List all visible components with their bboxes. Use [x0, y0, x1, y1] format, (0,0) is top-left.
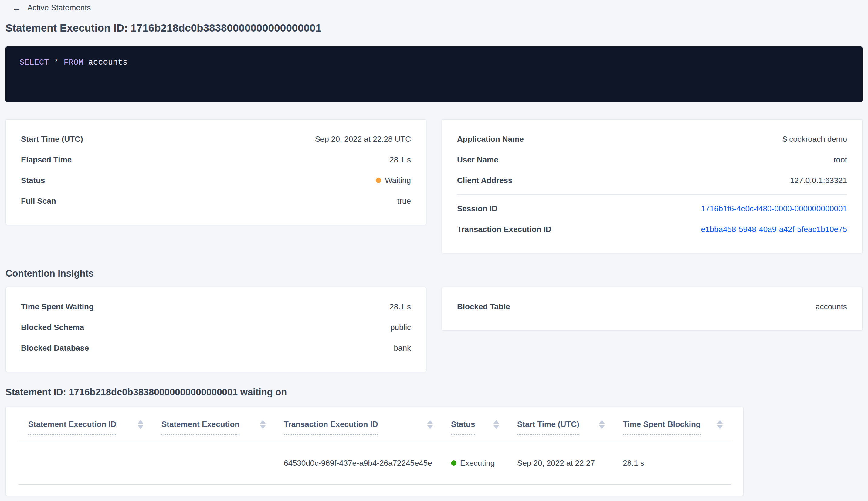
back-link-label: Active Statements	[27, 3, 91, 12]
status-waiting-text: Waiting	[385, 176, 411, 185]
sort-icon[interactable]	[138, 420, 143, 429]
time-spent-waiting-row: Time Spent Waiting 28.1 s	[21, 296, 411, 317]
client-address-label: Client Address	[457, 176, 513, 185]
session-id-label: Session ID	[457, 204, 497, 213]
sql-statement-box: SELECT * FROM accounts	[6, 46, 862, 102]
user-name-row: User Name root	[457, 149, 847, 170]
blocked-table-label: Blocked Table	[457, 302, 510, 311]
contention-cards-row: Time Spent Waiting 28.1 s Blocked Schema…	[6, 287, 862, 372]
status-label: Status	[21, 176, 45, 185]
time-spent-waiting-label: Time Spent Waiting	[21, 302, 94, 311]
cell-time-spent-blocking: 28.1 s	[613, 442, 731, 484]
blocked-database-label: Blocked Database	[21, 343, 89, 353]
back-to-active-statements-link[interactable]: ← Active Statements	[12, 3, 91, 12]
sort-icon[interactable]	[599, 420, 605, 429]
user-name-value: root	[833, 155, 847, 164]
session-id-link[interactable]: 1716b1f6-4e0c-f480-0000-000000000001	[701, 204, 847, 213]
status-executing-text: Executing	[460, 458, 495, 468]
start-time-row: Start Time (UTC) Sep 20, 2022 at 22:28 U…	[21, 129, 411, 149]
contention-insights-heading: Contention Insights	[6, 268, 868, 279]
elapsed-time-value: 28.1 s	[389, 155, 411, 164]
column-header-statement-execution-id[interactable]: Statement Execution ID	[19, 407, 152, 442]
column-header-transaction-execution-id[interactable]: Transaction Execution ID	[274, 407, 441, 442]
blocked-schema-row: Blocked Schema public	[21, 317, 411, 338]
application-name-row: Application Name $ cockroach demo	[457, 129, 847, 149]
start-time-label: Start Time (UTC)	[21, 135, 83, 144]
blocked-table-value: accounts	[815, 302, 847, 311]
blocked-table-row: Blocked Table accounts	[457, 296, 847, 317]
page-title: Statement Execution ID: 1716b218dc0b3838…	[6, 22, 868, 34]
statement-execution-details-page: ← Active Statements Statement Execution …	[0, 3, 868, 501]
column-header-start-time-label: Start Time (UTC)	[517, 420, 579, 429]
cell-statement-execution	[152, 442, 274, 484]
full-scan-value: true	[397, 196, 411, 206]
waiting-on-heading: Statement ID: 1716b218dc0b38380000000000…	[6, 386, 868, 398]
column-header-transaction-execution-id-label: Transaction Execution ID	[284, 420, 378, 429]
blocked-database-value: bank	[394, 343, 411, 353]
cell-start-time: Sep 20, 2022 at 22:27	[508, 442, 613, 484]
column-header-statement-execution-label: Statement Execution	[161, 420, 239, 429]
contention-details-card: Time Spent Waiting 28.1 s Blocked Schema…	[6, 287, 426, 372]
application-name-value: $ cockroach demo	[783, 135, 847, 144]
column-header-statement-execution-id-label: Statement Execution ID	[28, 420, 116, 429]
sort-icon[interactable]	[260, 420, 265, 429]
elapsed-time-label: Elapsed Time	[21, 155, 72, 164]
transaction-execution-id-link[interactable]: e1bba458-5948-40a9-a42f-5feac1b10e75	[701, 225, 847, 234]
transaction-execution-id-label: Transaction Execution ID	[457, 225, 552, 234]
full-scan-label: Full Scan	[21, 196, 56, 206]
client-address-row: Client Address 127.0.0.1:63321	[457, 170, 847, 191]
full-scan-row: Full Scan true	[21, 191, 411, 211]
sql-star: *	[49, 58, 64, 67]
sql-keyword-select: SELECT	[19, 58, 49, 67]
session-id-row: Session ID 1716b1f6-4e0c-f480-0000-00000…	[457, 198, 847, 219]
sort-icon[interactable]	[717, 420, 723, 429]
status-waiting-dot-icon	[376, 178, 381, 183]
client-address-value: 127.0.0.1:63321	[790, 176, 847, 185]
blocked-table-card: Blocked Table accounts	[442, 287, 862, 331]
back-arrow-icon: ←	[12, 3, 21, 12]
elapsed-time-row: Elapsed Time 28.1 s	[21, 149, 411, 170]
summary-cards-row: Start Time (UTC) Sep 20, 2022 at 22:28 U…	[6, 119, 862, 253]
cell-transaction-execution-id: 64530d0c-969f-437e-a9b4-26a72245e45e	[274, 442, 441, 484]
column-header-time-spent-blocking-label: Time Spent Blocking	[623, 420, 701, 429]
session-summary-card: Application Name $ cockroach demo User N…	[442, 119, 862, 253]
status-value: Waiting	[376, 176, 411, 185]
status-row: Status Waiting	[21, 170, 411, 191]
user-name-label: User Name	[457, 155, 498, 164]
column-header-start-time[interactable]: Start Time (UTC)	[508, 407, 613, 442]
session-card-divider	[457, 194, 847, 195]
blocked-database-row: Blocked Database bank	[21, 338, 411, 358]
waiting-on-table: Statement Execution ID Statement Executi…	[19, 407, 731, 484]
execution-summary-card: Start Time (UTC) Sep 20, 2022 at 22:28 U…	[6, 119, 426, 225]
column-header-statement-execution[interactable]: Statement Execution	[152, 407, 274, 442]
application-name-label: Application Name	[457, 135, 524, 144]
cell-statement-execution-id	[19, 442, 152, 484]
column-header-time-spent-blocking[interactable]: Time Spent Blocking	[613, 407, 731, 442]
sort-icon[interactable]	[493, 420, 499, 429]
status-executing-dot-icon	[451, 460, 456, 466]
start-time-value: Sep 20, 2022 at 22:28 UTC	[315, 135, 411, 144]
cell-status: Executing	[441, 442, 508, 484]
transaction-execution-id-row: Transaction Execution ID e1bba458-5948-4…	[457, 219, 847, 239]
column-header-status[interactable]: Status	[441, 407, 508, 442]
blocked-schema-label: Blocked Schema	[21, 323, 84, 332]
table-header-row: Statement Execution ID Statement Executi…	[19, 407, 731, 442]
sort-icon[interactable]	[427, 420, 433, 429]
column-header-status-label: Status	[451, 420, 475, 429]
waiting-on-table-card: Statement Execution ID Statement Executi…	[6, 407, 744, 496]
sql-table-name: accounts	[84, 58, 128, 67]
table-row: 64530d0c-969f-437e-a9b4-26a72245e45e Exe…	[19, 442, 731, 484]
blocked-schema-value: public	[390, 323, 411, 332]
time-spent-waiting-value: 28.1 s	[389, 302, 411, 311]
sql-keyword-from: FROM	[64, 58, 84, 67]
